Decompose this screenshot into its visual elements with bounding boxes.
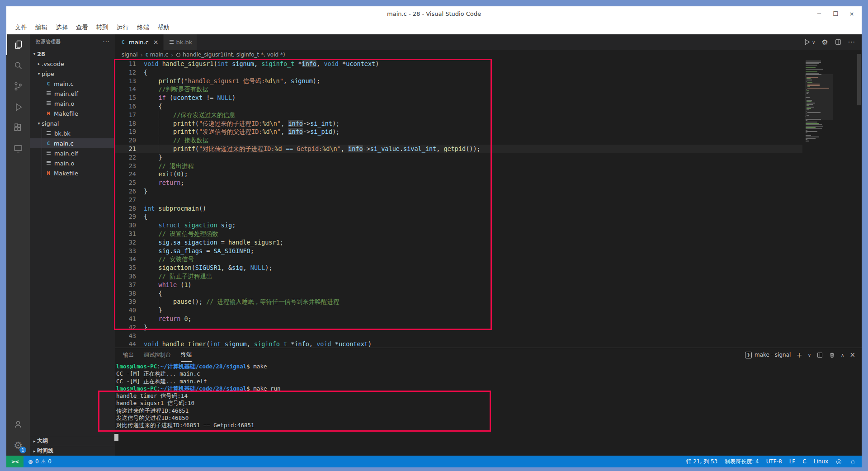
maximize-icon[interactable]: ☐ — [827, 6, 844, 21]
panel-tab-终端[interactable]: 终端 — [181, 348, 192, 362]
configure-gear-icon[interactable]: ⚙ — [821, 38, 828, 47]
code-line[interactable]: 35 sigaction(SIGUSR1, &sig, NULL); — [115, 264, 802, 272]
code-line[interactable]: 23 // 退出进程 — [115, 162, 802, 170]
tree-item-main.o[interactable]: main.o — [30, 158, 115, 168]
code-line[interactable]: 33 sig.sa_flags = SA_SIGINFO; — [115, 247, 802, 255]
sidebar-section-时间线[interactable]: ▸时间线 — [30, 446, 115, 456]
panel-tab-调试控制台[interactable]: 调试控制台 — [144, 348, 171, 362]
terminal-selector[interactable]: ❯ make - signal — [745, 352, 791, 358]
tree-item-main.c[interactable]: Cmain.c — [30, 79, 115, 89]
maximize-panel-chevron-icon[interactable]: ∧ — [841, 353, 844, 358]
minimap-viewport[interactable] — [805, 74, 833, 120]
menu-item-查看[interactable]: 查看 — [72, 22, 92, 33]
menu-item-编辑[interactable]: 编辑 — [31, 22, 52, 33]
code-line[interactable]: 18 printf("传递过来的子进程ID:%d\n", info->si_in… — [115, 119, 802, 128]
menu-item-转到[interactable]: 转到 — [92, 22, 113, 33]
tab-bk.bk[interactable]: bk.bk — [164, 34, 198, 50]
status-cursor-position[interactable]: 行 21, 列 53 — [686, 458, 717, 466]
code-line[interactable]: 29{ — [115, 212, 802, 221]
remote-explorer-icon[interactable] — [6, 138, 30, 159]
editor-scrollbar[interactable] — [857, 54, 861, 105]
code-line[interactable]: 11void handle_sigusr1(int signum, siginf… — [115, 60, 802, 68]
tree-item-Makefile[interactable]: MMakefile — [30, 168, 115, 178]
close-icon[interactable]: × — [844, 6, 860, 21]
tree-item-main.elf[interactable]: main.elf — [30, 148, 115, 158]
notifications-bell-icon[interactable] — [849, 458, 856, 465]
code-line[interactable]: 32 sig.sa_sigaction = handle_sigusr1; — [115, 238, 802, 247]
status-encoding[interactable]: UTF-8 — [766, 458, 782, 465]
tree-item-.vscode[interactable]: ▸.vscode — [30, 59, 115, 69]
remote-indicator[interactable]: >< — [6, 456, 24, 467]
menu-item-帮助[interactable]: 帮助 — [153, 22, 174, 33]
explorer-icon[interactable] — [6, 34, 30, 55]
tree-root-folder[interactable]: ▾28 — [30, 49, 115, 59]
code-line[interactable]: 38 { — [115, 289, 802, 298]
code-line[interactable]: 34 // 安装信号 — [115, 255, 802, 264]
code-line[interactable]: 27 — [115, 196, 802, 204]
kill-terminal-trash-icon[interactable] — [829, 352, 835, 358]
breadcrumb-item[interactable]: handle_sigusr1(int, siginfo_t *, void *) — [176, 52, 285, 58]
menu-item-运行[interactable]: 运行 — [113, 22, 133, 33]
tree-item-bk.bk[interactable]: bk.bk — [30, 128, 115, 138]
panel-tab-输出[interactable]: 输出 — [123, 348, 134, 362]
new-terminal-icon[interactable]: + — [796, 351, 802, 359]
code-line[interactable]: 31 // 设置信号处理函数 — [115, 230, 802, 238]
more-actions-icon[interactable]: ··· — [103, 38, 110, 45]
code-line[interactable]: 30 struct sigaction sig; — [115, 221, 802, 230]
tab-close-icon[interactable]: × — [153, 38, 159, 46]
code-line[interactable]: 21 printf("对比传递过来的子进程ID:%d == Getpid:%d\… — [115, 145, 802, 153]
extensions-icon[interactable] — [6, 118, 30, 138]
code-line[interactable]: 13 printf("handle_sigusr1 信号码:%d\n", sig… — [115, 77, 802, 85]
code-line[interactable]: 26} — [115, 187, 802, 196]
code-editor[interactable]: 11void handle_sigusr1(int signum, siginf… — [115, 60, 802, 348]
status-tab-size[interactable]: 制表符长度: 4 — [725, 458, 759, 466]
tree-item-signal[interactable]: ▾signal — [30, 118, 115, 128]
code-line[interactable]: 28int subprocmain() — [115, 204, 802, 213]
close-panel-icon[interactable]: × — [849, 351, 855, 359]
code-line[interactable]: 42} — [115, 323, 802, 332]
search-icon[interactable] — [6, 55, 30, 76]
terminal-output[interactable]: lmos@lmos-PC:~/计算机基础/code/28/signal$ mak… — [116, 363, 749, 429]
code-line[interactable]: 24 exit(0); — [115, 170, 802, 179]
feedback-icon[interactable] — [835, 458, 842, 465]
sidebar-section-大纲[interactable]: ▸大纲 — [30, 436, 115, 446]
code-line[interactable]: 12{ — [115, 68, 802, 77]
code-line[interactable]: 37 while (1) — [115, 281, 802, 289]
tree-item-pipe[interactable]: ▾pipe — [30, 69, 115, 79]
tree-item-Makefile[interactable]: MMakefile — [30, 108, 115, 118]
code-line[interactable]: 22 } — [115, 153, 802, 162]
code-line[interactable]: 14 //判断是否有数据 — [115, 85, 802, 94]
code-line[interactable]: 20 // 接收数据 — [115, 136, 802, 145]
code-line[interactable]: 17 //保存发送过来的信息 — [115, 111, 802, 119]
tab-main.c[interactable]: Cmain.c× — [115, 34, 164, 50]
source-control-icon[interactable] — [6, 76, 30, 97]
code-line[interactable]: 25 return; — [115, 179, 802, 187]
menu-item-终端[interactable]: 终端 — [133, 22, 153, 33]
code-line[interactable]: 39 pause(); // 进程输入睡眠，等待任一信号到来并唤醒进程 — [115, 297, 802, 306]
tree-item-main.c[interactable]: Cmain.c — [30, 138, 115, 148]
breadcrumb-item[interactable]: signal — [122, 52, 138, 58]
run-c-file-button[interactable]: ∨ — [803, 38, 815, 46]
code-line[interactable]: 41 return 0; — [115, 315, 802, 323]
status-language-mode[interactable]: C — [802, 458, 806, 465]
code-line[interactable]: 43 — [115, 332, 802, 340]
accounts-icon[interactable] — [6, 414, 30, 435]
split-terminal-icon[interactable] — [816, 352, 823, 358]
title-bar[interactable]: main.c - 28 - Visual Studio Code ─ ☐ × — [6, 6, 862, 21]
run-dropdown-chevron-icon[interactable]: ∨ — [812, 40, 815, 45]
minimap[interactable] — [806, 61, 832, 160]
code-line[interactable]: 19 printf("发送信号的父进程ID:%d\n", info->si_pi… — [115, 127, 802, 136]
more-editor-actions-icon[interactable]: ··· — [848, 38, 855, 46]
code-line[interactable]: 40 } — [115, 306, 802, 315]
menu-item-文件[interactable]: 文件 — [11, 22, 31, 33]
code-line[interactable]: 16 { — [115, 102, 802, 111]
breadcrumb-item[interactable]: Cmain.c — [146, 52, 168, 58]
settings-gear-icon[interactable]: ⚙ 1 — [6, 435, 30, 456]
terminal-dropdown-chevron-icon[interactable]: ∨ — [808, 353, 811, 358]
tree-item-main.o[interactable]: main.o — [30, 99, 115, 108]
run-debug-icon[interactable] — [6, 97, 30, 118]
tree-item-main.elf[interactable]: main.elf — [30, 89, 115, 99]
code-line[interactable]: 36 // 防止子进程退出 — [115, 272, 802, 281]
status-eol[interactable]: LF — [789, 458, 796, 465]
split-editor-icon[interactable] — [835, 38, 842, 46]
